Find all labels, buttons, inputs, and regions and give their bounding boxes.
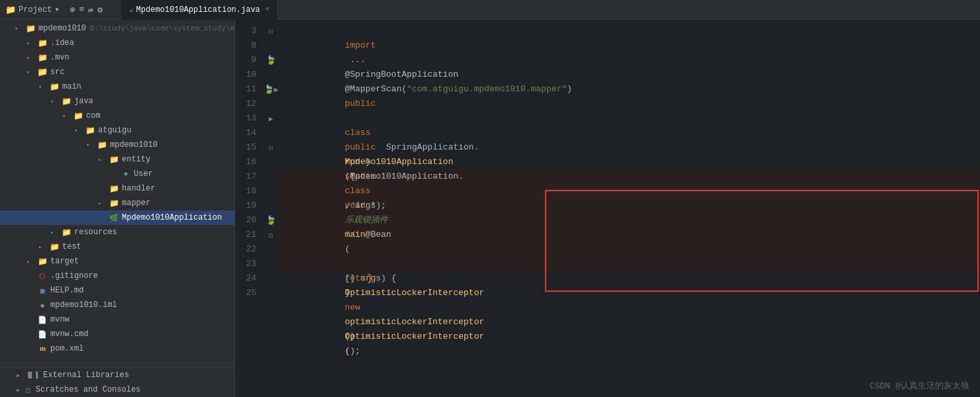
tree-label-resources: resources — [74, 228, 117, 237]
tree-item-root[interactable]: ▾ 📁 mpdemo1010 D:\study\java\code\system… — [0, 21, 234, 36]
tab-file-icon: ☕ — [129, 5, 134, 14]
gutter-row-14 — [262, 126, 280, 140]
application-class-icon: 🌿 — [109, 212, 119, 223]
gutter-row-18 — [262, 184, 280, 198]
tree-label-atguigu: atguigu — [98, 126, 131, 135]
code-line-23: } — [280, 257, 980, 271]
run-icon-13[interactable]: ▶ — [269, 114, 273, 123]
tree-item-iml[interactable]: ◈ mpdemo1010.iml — [0, 298, 234, 312]
mpdemo1010-pkg-icon: 📁 — [97, 140, 107, 150]
tree-label-test: test — [62, 242, 81, 251]
gitignore-file-icon: ⬡ — [37, 271, 48, 281]
tree-label-java: java — [74, 97, 93, 106]
gutter-row-25 — [262, 286, 280, 300]
code-line-9: @SpringBootApplication — [280, 53, 980, 67]
tree-label-mvnw: mvnw — [50, 315, 70, 324]
code-line-3: import ... — [280, 24, 980, 38]
tree-label-helpmd: HELP.md — [50, 286, 83, 295]
tree-label-pom: pom.xml — [50, 344, 83, 353]
tree-arrow-main: ▾ — [38, 83, 48, 91]
tree-item-idea[interactable]: ▸ 📁 .idea — [0, 36, 234, 50]
title-bar: 📁 Project ▾ ⊕ ≡ ⇌ ⚙ ☕ Mpdemo1010Applicat… — [0, 0, 980, 20]
tree-item-application[interactable]: 🌿 Mpdemo1010Application — [0, 210, 234, 225]
tree-item-entity[interactable]: ▸ 📁 entity — [0, 152, 234, 167]
tree-item-handler[interactable]: 📁 handler — [0, 181, 234, 196]
fold-icon-21[interactable]: ⊡ — [269, 231, 273, 240]
gutter-row-15: ⊡ — [262, 140, 280, 155]
tree-item-atguigu[interactable]: ▾ 📁 atguigu — [0, 123, 234, 138]
tree-arrow-entity: ▸ — [98, 156, 107, 163]
gutter-row-20: 🍃 — [262, 213, 280, 228]
tree-arrow-mapper: ▸ — [98, 200, 107, 207]
tab-close-icon[interactable]: × — [266, 6, 270, 13]
tree-item-mpdemo1010-pkg[interactable]: ▾ 📁 mpdemo1010 — [0, 138, 234, 152]
tree-item-resources[interactable]: ▸ 📁 resources — [0, 225, 234, 240]
tab-bar: ☕ Mpdemo1010Application.java × — [121, 0, 975, 20]
tree-label-application: Mpdemo1010Application — [122, 213, 222, 222]
tree-item-pom[interactable]: 𝐦 pom.xml — [0, 341, 234, 356]
line-numbers: 3 8 9 10 11 12 13 14 15 16 17 18 19 20 2… — [235, 22, 262, 397]
main-content: ▾ 📁 mpdemo1010 D:\study\java\code\system… — [0, 20, 980, 397]
gutter-row-23 — [262, 257, 280, 271]
gutter-row-11: 🍃 ▶ — [262, 82, 280, 97]
code-line-13: public static void main ( String [] args… — [280, 111, 980, 126]
scratches-icon: ◫ — [26, 386, 30, 394]
tree-item-mvnwcmd[interactable]: 📄 mvnw.cmd — [0, 327, 234, 341]
gutter-row-17 — [262, 169, 280, 184]
spring-icon-11: 🍃 — [264, 84, 274, 95]
editor-tab[interactable]: ☕ Mpdemo1010Application.java × — [121, 0, 278, 20]
sync-icon[interactable]: ⇌ — [88, 5, 93, 15]
watermark: CSDN @认真生活的灰太狼 — [869, 380, 969, 392]
tree-item-gitignore[interactable]: ⬡ .gitignore — [0, 269, 234, 283]
tree-item-main[interactable]: ▾ 📁 main — [0, 79, 234, 94]
add-icon[interactable]: ⊕ — [70, 5, 75, 15]
bean-icon-20: 🍃 — [266, 215, 276, 226]
atguigu-folder-icon: 📁 — [85, 125, 95, 136]
handler-folder-icon: 📁 — [109, 183, 119, 194]
gutter-row-19 — [262, 198, 280, 213]
tree-item-helpmd[interactable]: ▦ HELP.md — [0, 283, 234, 298]
gutter-row-12 — [262, 97, 280, 111]
tree-item-mvnw[interactable]: 📄 mvnw — [0, 312, 234, 327]
tree-label-gitignore: .gitignore — [50, 271, 98, 281]
project-label[interactable]: Project — [19, 5, 52, 15]
gutter: ⊡ 🍃 🍃 ▶ — [262, 22, 280, 397]
scratches-expand-icon: ▸ — [16, 385, 21, 395]
gutter-row-22 — [262, 242, 280, 257]
tree-item-java[interactable]: ▾ 📁 java — [0, 94, 234, 109]
tree-item-mvn[interactable]: ▸ 📁 .mvn — [0, 50, 234, 65]
tree-item-src[interactable]: ▾ 📁 src — [0, 65, 234, 79]
tree-label-idea: .idea — [50, 38, 74, 48]
title-bar-icons: ⊕ ≡ ⇌ ⚙ — [70, 5, 103, 15]
project-dropdown-icon[interactable]: ▾ — [54, 5, 59, 15]
tree-label-com: com — [86, 111, 101, 120]
scratches-label: Scratches and Consoles — [36, 385, 140, 394]
iml-file-icon: ◈ — [37, 300, 48, 310]
gutter-row-13: ▶ — [262, 111, 280, 126]
tree-label-mpdemo1010-pkg: mpdemo1010 — [110, 140, 158, 150]
entity-folder-icon: 📁 — [109, 154, 119, 165]
project-icon: 📁 — [5, 5, 16, 15]
settings-icon[interactable]: ⚙ — [97, 5, 103, 15]
gutter-row-3: ⊡ — [262, 24, 280, 38]
editor[interactable]: 3 8 9 10 11 12 13 14 15 16 17 18 19 20 2… — [235, 20, 980, 397]
fold-icon-15[interactable]: ⊡ — [269, 144, 273, 152]
tree-path-root: D:\study\java\code\system_study\mp... — [90, 24, 234, 32]
tree-arrow-atguigu: ▾ — [74, 127, 83, 134]
tree-label-iml: mpdemo1010.iml — [50, 300, 117, 310]
sidebar-bottom-external-libraries[interactable]: ▸ ▐▌▐ External Libraries — [0, 368, 234, 382]
tree-item-user[interactable]: ● User — [0, 167, 234, 181]
gutter-row-9: 🍃 — [262, 53, 280, 67]
fold-icon-3[interactable]: ⊡ — [269, 27, 273, 36]
helpmd-file-icon: ▦ — [37, 285, 48, 296]
target-folder-icon: 📁 — [37, 256, 48, 267]
tree-item-mapper[interactable]: ▸ 📁 mapper — [0, 196, 234, 210]
run-icon-11[interactable]: ▶ — [274, 85, 279, 94]
tree-item-com[interactable]: ▾ 📁 com — [0, 109, 234, 123]
list-icon[interactable]: ≡ — [79, 5, 84, 15]
mapper-folder-icon: 📁 — [109, 198, 119, 208]
code-area[interactable]: import ... @SpringBootApplication @Mappe… — [280, 22, 980, 397]
sidebar-bottom-scratches[interactable]: ▸ ◫ Scratches and Consoles — [0, 382, 234, 397]
tree-item-test[interactable]: ▸ 📁 test — [0, 240, 234, 254]
tree-item-target[interactable]: ▸ 📁 target — [0, 254, 234, 269]
